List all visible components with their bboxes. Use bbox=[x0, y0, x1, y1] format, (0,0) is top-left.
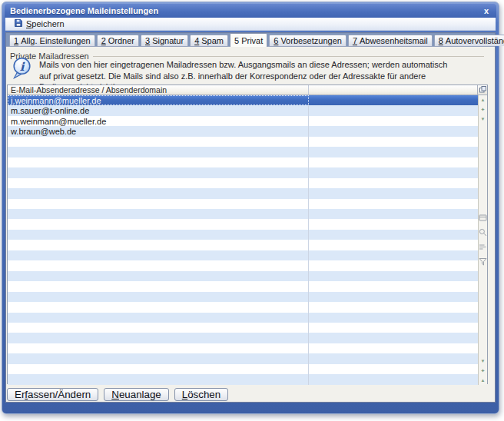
table-row[interactable] bbox=[8, 137, 478, 147]
empty-cell bbox=[309, 219, 478, 229]
table-row[interactable] bbox=[8, 157, 478, 167]
table-row[interactable] bbox=[8, 313, 478, 323]
save-button[interactable]: Speichern bbox=[10, 17, 68, 31]
save-icon bbox=[14, 18, 23, 29]
tab-autovervollstaendigung[interactable]: 8Autovervollständigung bbox=[434, 35, 504, 46]
address-grid: E-Mail-Absenderadresse / Absenderdomain … bbox=[7, 85, 488, 384]
strip-bottom-group: ▼ ✦ ▲ bbox=[481, 359, 486, 383]
card-view-icon[interactable] bbox=[479, 214, 487, 222]
empty-cell bbox=[309, 230, 478, 240]
table-row[interactable] bbox=[8, 230, 478, 240]
tab-abwesenheitsmail[interactable]: 7Abwesenheitsmail bbox=[348, 35, 433, 46]
empty-cell bbox=[309, 188, 478, 198]
footer-buttons: Erfassen/Ändern Neuanlage Löschen bbox=[7, 388, 228, 401]
table-row[interactable] bbox=[8, 323, 478, 333]
content-frame: 1Allg. Einstellungen 2Ordner 3Signatur 4… bbox=[5, 32, 496, 403]
search-icon[interactable] bbox=[479, 228, 487, 237]
table-row[interactable] bbox=[8, 292, 478, 302]
table-row[interactable] bbox=[8, 147, 478, 157]
grid-header-filler bbox=[309, 85, 477, 94]
window-title: Bedienerbezogene Maileinstellungen bbox=[10, 6, 482, 15]
empty-cell bbox=[309, 167, 478, 177]
scroll-up-icon[interactable]: ▲ bbox=[481, 98, 486, 102]
tab-privat[interactable]: 5Privat bbox=[230, 33, 267, 47]
tab-vorbesetzungen[interactable]: 6Vorbesetzungen bbox=[269, 35, 346, 46]
email-address-cell: w.braun@web.de bbox=[11, 127, 76, 136]
table-row[interactable] bbox=[8, 281, 478, 291]
loeschen-button[interactable]: Löschen bbox=[174, 388, 228, 401]
table-row[interactable]: w.braun@web.de bbox=[8, 126, 478, 136]
empty-cell bbox=[309, 333, 478, 343]
empty-cell bbox=[309, 250, 478, 260]
tab-signatur[interactable]: 3Signatur bbox=[141, 35, 188, 46]
empty-cell bbox=[309, 126, 478, 136]
email-address-cell: m.weinmann@mueller.de bbox=[11, 117, 106, 126]
grid-header-row: E-Mail-Absenderadresse / Absenderdomain bbox=[8, 85, 487, 95]
table-row[interactable] bbox=[8, 250, 478, 260]
table-row[interactable] bbox=[8, 271, 478, 281]
tab-bar: 1Allg. Einstellungen 2Ordner 3Signatur 4… bbox=[6, 33, 495, 47]
dialog-window: Bedienerbezogene Maileinstellungen x Spe… bbox=[2, 2, 499, 414]
scroll-down-icon[interactable]: ▼ bbox=[481, 117, 486, 121]
tab-page-privat: Private Mailadressen bbox=[6, 47, 495, 402]
table-row[interactable] bbox=[8, 364, 478, 374]
scroll-end-icon[interactable]: ▲ bbox=[481, 378, 486, 383]
empty-cell bbox=[309, 95, 478, 105]
table-row[interactable] bbox=[8, 167, 478, 177]
email-address-cell: j.weinmann@mueller.de bbox=[11, 96, 101, 105]
empty-cell bbox=[309, 323, 478, 333]
scroll-thumb2-icon[interactable]: ✦ bbox=[481, 368, 486, 373]
empty-cell bbox=[309, 147, 478, 157]
table-row[interactable] bbox=[8, 178, 478, 188]
table-row[interactable] bbox=[8, 188, 478, 198]
erfassen-aendern-button[interactable]: Erfassen/Ändern bbox=[7, 388, 98, 401]
table-row[interactable] bbox=[8, 219, 478, 229]
empty-cell bbox=[309, 313, 478, 323]
empty-cell bbox=[309, 199, 478, 209]
empty-cell bbox=[309, 364, 478, 374]
empty-cell bbox=[309, 116, 478, 126]
neuanlage-button[interactable]: Neuanlage bbox=[104, 388, 169, 401]
empty-cell bbox=[309, 353, 478, 363]
empty-cell bbox=[309, 292, 478, 302]
table-row[interactable] bbox=[8, 374, 478, 384]
scroll-page-down-icon[interactable]: ▼ bbox=[481, 359, 486, 363]
empty-cell bbox=[309, 302, 478, 312]
table-row[interactable]: j.weinmann@mueller.de bbox=[8, 95, 478, 105]
empty-cell bbox=[309, 105, 478, 115]
tab-spam[interactable]: 4Spam bbox=[190, 35, 228, 46]
close-icon[interactable]: x bbox=[482, 7, 491, 15]
table-row[interactable] bbox=[8, 343, 478, 353]
email-address-cell: m.sauer@t-online.de bbox=[11, 106, 89, 115]
filter-icon[interactable] bbox=[479, 257, 487, 266]
empty-cell bbox=[309, 178, 478, 188]
strip-middle-group bbox=[479, 214, 487, 266]
table-body: j.weinmann@mueller.dem.sauer@t-online.de… bbox=[8, 95, 478, 385]
grid-header-cell[interactable]: E-Mail-Absenderadresse / Absenderdomain bbox=[8, 85, 309, 94]
scroll-thumb-icon[interactable]: ✦ bbox=[481, 107, 486, 112]
column-options-icon bbox=[479, 85, 486, 94]
strip-top-group: ▲ ✦ ▼ bbox=[481, 98, 486, 121]
sort-icon[interactable] bbox=[479, 243, 487, 251]
empty-cell bbox=[309, 157, 478, 167]
table-row[interactable] bbox=[8, 209, 478, 219]
tab-allg-einstellungen[interactable]: 1Allg. Einstellungen bbox=[9, 35, 95, 46]
empty-cell bbox=[309, 271, 478, 281]
grid-tool-strip[interactable]: ▲ ✦ ▼ bbox=[478, 95, 487, 385]
empty-cell bbox=[309, 240, 478, 250]
table-row[interactable]: m.weinmann@mueller.de bbox=[8, 116, 478, 126]
toolbar: Speichern bbox=[5, 18, 496, 31]
table-row[interactable] bbox=[8, 240, 478, 250]
tab-ordner[interactable]: 2Ordner bbox=[97, 35, 139, 46]
empty-cell bbox=[309, 137, 478, 147]
save-label: Speichern bbox=[26, 19, 65, 28]
table-row[interactable] bbox=[8, 260, 478, 270]
table-row[interactable] bbox=[8, 333, 478, 343]
table-row[interactable]: m.sauer@t-online.de bbox=[8, 105, 478, 115]
table-row[interactable] bbox=[8, 199, 478, 209]
title-bar: Bedienerbezogene Maileinstellungen x bbox=[5, 4, 496, 18]
table-row[interactable] bbox=[8, 302, 478, 312]
empty-cell bbox=[309, 281, 478, 291]
column-options-button[interactable] bbox=[477, 85, 487, 94]
table-row[interactable] bbox=[8, 353, 478, 363]
